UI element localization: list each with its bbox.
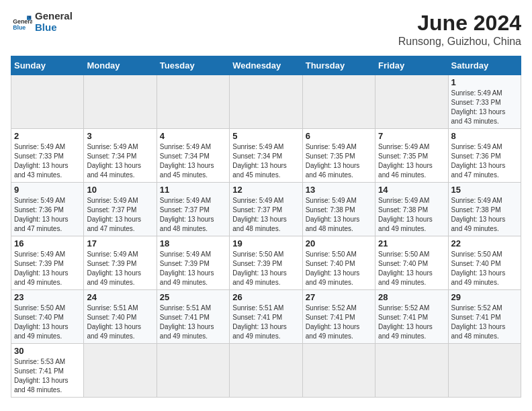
calendar-cell [448, 344, 521, 398]
day-number: 24 [87, 292, 153, 302]
calendar-cell: 26Sunrise: 5:51 AMSunset: 7:41 PMDayligh… [230, 290, 302, 344]
day-number: 13 [306, 185, 372, 195]
calendar-cell [302, 344, 375, 398]
day-number: 7 [378, 131, 445, 141]
calendar-cell [157, 344, 229, 398]
cell-sun-info: Sunrise: 5:49 AMSunset: 7:33 PMDaylight:… [14, 142, 81, 180]
calendar-cell: 30Sunrise: 5:53 AMSunset: 7:41 PMDayligh… [11, 344, 84, 398]
day-number: 4 [160, 131, 226, 141]
cell-sun-info: Sunrise: 5:49 AMSunset: 7:39 PMDaylight:… [14, 250, 81, 287]
cell-sun-info: Sunrise: 5:52 AMSunset: 7:41 PMDaylight:… [451, 304, 518, 341]
day-number: 21 [378, 238, 445, 248]
weekday-header-saturday: Saturday [448, 56, 521, 75]
calendar-cell: 15Sunrise: 5:49 AMSunset: 7:38 PMDayligh… [448, 183, 521, 236]
calendar-cell [84, 344, 157, 398]
page-header: General Blue General Blue June 2024 Runs… [11, 11, 521, 48]
calendar-cell: 11Sunrise: 5:49 AMSunset: 7:37 PMDayligh… [157, 183, 229, 236]
day-number: 28 [378, 292, 445, 302]
day-number: 23 [14, 292, 81, 302]
calendar-cell: 1Sunrise: 5:49 AMSunset: 7:33 PMDaylight… [448, 75, 521, 129]
cell-sun-info: Sunrise: 5:52 AMSunset: 7:41 PMDaylight:… [378, 304, 445, 341]
cell-sun-info: Sunrise: 5:49 AMSunset: 7:38 PMDaylight:… [451, 196, 518, 234]
calendar-cell: 23Sunrise: 5:50 AMSunset: 7:40 PMDayligh… [11, 290, 84, 344]
day-number: 29 [451, 292, 518, 302]
calendar-cell: 24Sunrise: 5:51 AMSunset: 7:40 PMDayligh… [84, 290, 157, 344]
day-number: 12 [232, 185, 299, 195]
logo: General Blue General Blue [11, 11, 73, 33]
day-number: 10 [87, 185, 153, 195]
cell-sun-info: Sunrise: 5:49 AMSunset: 7:36 PMDaylight:… [451, 142, 518, 180]
day-number: 19 [232, 238, 299, 248]
calendar-cell [11, 75, 84, 129]
day-number: 20 [306, 238, 372, 248]
weekday-header-wednesday: Wednesday [230, 56, 302, 75]
month-year-title: June 2024 [398, 11, 521, 36]
cell-sun-info: Sunrise: 5:49 AMSunset: 7:39 PMDaylight:… [160, 250, 226, 287]
calendar-cell [230, 75, 302, 129]
day-number: 17 [87, 238, 153, 248]
calendar-cell: 10Sunrise: 5:49 AMSunset: 7:37 PMDayligh… [84, 183, 157, 236]
calendar-cell [157, 75, 229, 129]
weekday-header-friday: Friday [375, 56, 448, 75]
cell-sun-info: Sunrise: 5:49 AMSunset: 7:38 PMDaylight:… [306, 196, 372, 234]
cell-sun-info: Sunrise: 5:49 AMSunset: 7:33 PMDaylight:… [451, 89, 518, 126]
calendar-cell: 29Sunrise: 5:52 AMSunset: 7:41 PMDayligh… [448, 290, 521, 344]
calendar-table: SundayMondayTuesdayWednesdayThursdayFrid… [11, 56, 521, 398]
cell-sun-info: Sunrise: 5:49 AMSunset: 7:35 PMDaylight:… [306, 142, 372, 180]
calendar-cell: 19Sunrise: 5:50 AMSunset: 7:39 PMDayligh… [230, 236, 302, 290]
calendar-week-row: 9Sunrise: 5:49 AMSunset: 7:36 PMDaylight… [11, 183, 521, 236]
day-number: 1 [451, 77, 518, 87]
day-number: 2 [14, 131, 81, 141]
calendar-cell: 16Sunrise: 5:49 AMSunset: 7:39 PMDayligh… [11, 236, 84, 290]
logo-general-text: General [35, 11, 73, 22]
calendar-cell: 14Sunrise: 5:49 AMSunset: 7:38 PMDayligh… [375, 183, 448, 236]
cell-sun-info: Sunrise: 5:49 AMSunset: 7:38 PMDaylight:… [378, 196, 445, 234]
calendar-cell [302, 75, 375, 129]
weekday-header-monday: Monday [84, 56, 157, 75]
calendar-week-row: 2Sunrise: 5:49 AMSunset: 7:33 PMDaylight… [11, 129, 521, 183]
weekday-header-thursday: Thursday [302, 56, 375, 75]
calendar-cell [84, 75, 157, 129]
day-number: 27 [306, 292, 372, 302]
day-number: 8 [451, 131, 518, 141]
calendar-cell: 21Sunrise: 5:50 AMSunset: 7:40 PMDayligh… [375, 236, 448, 290]
cell-sun-info: Sunrise: 5:49 AMSunset: 7:37 PMDaylight:… [87, 196, 153, 234]
calendar-cell: 6Sunrise: 5:49 AMSunset: 7:35 PMDaylight… [302, 129, 375, 183]
cell-sun-info: Sunrise: 5:49 AMSunset: 7:37 PMDaylight:… [160, 196, 226, 234]
cell-sun-info: Sunrise: 5:51 AMSunset: 7:40 PMDaylight:… [87, 304, 153, 341]
day-number: 30 [14, 346, 81, 356]
day-number: 9 [14, 185, 81, 195]
day-number: 14 [378, 185, 445, 195]
cell-sun-info: Sunrise: 5:51 AMSunset: 7:41 PMDaylight:… [160, 304, 226, 341]
calendar-cell: 18Sunrise: 5:49 AMSunset: 7:39 PMDayligh… [157, 236, 229, 290]
cell-sun-info: Sunrise: 5:49 AMSunset: 7:34 PMDaylight:… [160, 142, 226, 180]
calendar-cell: 22Sunrise: 5:50 AMSunset: 7:40 PMDayligh… [448, 236, 521, 290]
day-number: 26 [232, 292, 299, 302]
calendar-cell: 9Sunrise: 5:49 AMSunset: 7:36 PMDaylight… [11, 183, 84, 236]
day-number: 11 [160, 185, 226, 195]
calendar-cell: 3Sunrise: 5:49 AMSunset: 7:34 PMDaylight… [84, 129, 157, 183]
calendar-week-row: 16Sunrise: 5:49 AMSunset: 7:39 PMDayligh… [11, 236, 521, 290]
day-number: 16 [14, 238, 81, 248]
cell-sun-info: Sunrise: 5:49 AMSunset: 7:39 PMDaylight:… [87, 250, 153, 287]
weekday-header-sunday: Sunday [11, 56, 84, 75]
calendar-week-row: 23Sunrise: 5:50 AMSunset: 7:40 PMDayligh… [11, 290, 521, 344]
weekday-header-row: SundayMondayTuesdayWednesdayThursdayFrid… [11, 56, 521, 75]
location-subtitle: Runsong, Guizhou, China [398, 36, 521, 48]
cell-sun-info: Sunrise: 5:52 AMSunset: 7:41 PMDaylight:… [306, 304, 372, 341]
cell-sun-info: Sunrise: 5:51 AMSunset: 7:41 PMDaylight:… [232, 304, 299, 341]
calendar-cell: 8Sunrise: 5:49 AMSunset: 7:36 PMDaylight… [448, 129, 521, 183]
title-area: June 2024 Runsong, Guizhou, China [398, 11, 521, 48]
cell-sun-info: Sunrise: 5:49 AMSunset: 7:34 PMDaylight:… [87, 142, 153, 180]
calendar-cell: 28Sunrise: 5:52 AMSunset: 7:41 PMDayligh… [375, 290, 448, 344]
calendar-cell: 12Sunrise: 5:49 AMSunset: 7:37 PMDayligh… [230, 183, 302, 236]
day-number: 25 [160, 292, 226, 302]
svg-text:Blue: Blue [13, 24, 26, 31]
day-number: 3 [87, 131, 153, 141]
calendar-cell: 17Sunrise: 5:49 AMSunset: 7:39 PMDayligh… [84, 236, 157, 290]
cell-sun-info: Sunrise: 5:49 AMSunset: 7:34 PMDaylight:… [232, 142, 299, 180]
weekday-header-tuesday: Tuesday [157, 56, 229, 75]
calendar-week-row: 1Sunrise: 5:49 AMSunset: 7:33 PMDaylight… [11, 75, 521, 129]
cell-sun-info: Sunrise: 5:49 AMSunset: 7:35 PMDaylight:… [378, 142, 445, 180]
logo-blue-text: Blue [35, 22, 73, 34]
